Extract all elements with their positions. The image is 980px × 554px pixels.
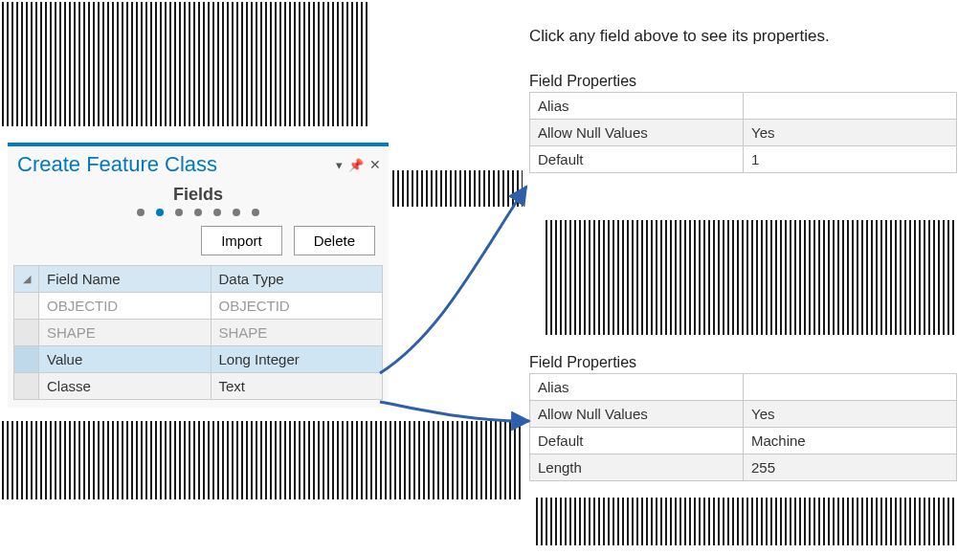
row-selector[interactable]: [14, 373, 39, 400]
property-value[interactable]: 255: [744, 454, 957, 481]
property-value[interactable]: Yes: [744, 401, 957, 428]
property-value[interactable]: 1: [744, 146, 957, 173]
dialog-title: Create Feature Class: [17, 152, 217, 177]
dialog-header: Create Feature Class ▾ 📌 ✕: [8, 146, 389, 179]
row-header-handle-icon: ◢: [14, 266, 39, 293]
property-row: Alias: [530, 93, 957, 120]
fields-grid: ◢ Field Name Data Type OBJECTIDOBJECTIDS…: [13, 265, 383, 400]
decorative-noise: [392, 170, 523, 207]
field-name-cell[interactable]: Value: [39, 346, 212, 373]
property-row: Allow Null ValuesYes: [530, 401, 957, 428]
data-type-cell: OBJECTID: [212, 293, 383, 320]
wizard-step-dot[interactable]: [213, 209, 221, 216]
field-name-cell: SHAPE: [39, 320, 212, 346]
fields-grid-row[interactable]: ValueLong Integer: [14, 346, 382, 373]
field-properties-grid: AliasAllow Null ValuesYesDefault1: [529, 92, 957, 173]
fields-grid-row[interactable]: SHAPESHAPE: [14, 320, 382, 346]
wizard-step-dots: [8, 209, 389, 216]
pin-icon[interactable]: 📌: [348, 159, 364, 171]
property-row: Alias: [530, 374, 957, 401]
property-value[interactable]: [744, 374, 957, 401]
property-row: Default1: [530, 146, 957, 173]
property-key: Length: [530, 454, 744, 481]
property-key: Alias: [530, 374, 744, 401]
field-properties-grid: AliasAllow Null ValuesYesDefaultMachineL…: [529, 373, 957, 481]
property-value[interactable]: [744, 93, 957, 120]
property-key: Default: [530, 146, 744, 173]
property-key: Default: [530, 428, 744, 454]
property-key: Allow Null Values: [530, 401, 744, 428]
field-properties-panel-classe: Field Properties AliasAllow Null ValuesY…: [529, 354, 957, 481]
fields-grid-row[interactable]: ClasseText: [14, 373, 382, 400]
wizard-step-dot[interactable]: [175, 209, 183, 216]
data-type-cell[interactable]: Text: [212, 373, 383, 400]
property-row: DefaultMachine: [530, 428, 957, 454]
wizard-step-dot[interactable]: [156, 209, 164, 216]
create-feature-class-dialog: Create Feature Class ▾ 📌 ✕ Fields Import…: [8, 143, 389, 408]
property-value[interactable]: Machine: [744, 428, 957, 454]
decorative-noise: [546, 220, 957, 335]
instruction-text: Click any field above to see its propert…: [529, 27, 830, 46]
delete-button[interactable]: Delete: [294, 226, 375, 255]
row-selector[interactable]: [14, 293, 39, 320]
close-icon[interactable]: ✕: [369, 158, 381, 171]
property-row: Allow Null ValuesYes: [530, 120, 957, 146]
fields-step-heading: Fields: [8, 185, 389, 205]
property-value[interactable]: Yes: [744, 120, 957, 146]
column-header-field-name[interactable]: Field Name: [39, 266, 212, 293]
fields-grid-header: ◢ Field Name Data Type: [14, 266, 382, 293]
wizard-step-dot[interactable]: [233, 209, 240, 216]
row-selector[interactable]: [14, 320, 39, 346]
import-button[interactable]: Import: [201, 226, 282, 255]
dialog-window-controls: ▾ 📌 ✕: [336, 158, 381, 171]
field-properties-title: Field Properties: [529, 73, 957, 90]
fields-grid-row[interactable]: OBJECTIDOBJECTID: [14, 293, 382, 320]
wizard-step-dot[interactable]: [252, 209, 259, 216]
decorative-noise: [536, 498, 957, 545]
field-properties-panel-value: Field Properties AliasAllow Null ValuesY…: [529, 73, 957, 173]
data-type-cell[interactable]: Long Integer: [212, 346, 383, 373]
property-key: Alias: [530, 93, 744, 120]
column-header-data-type[interactable]: Data Type: [212, 266, 383, 293]
decorative-noise: [2, 2, 369, 126]
field-properties-title: Field Properties: [529, 354, 957, 371]
fields-toolbar: Import Delete: [8, 226, 389, 265]
property-row: Length255: [530, 454, 957, 481]
data-type-cell: SHAPE: [212, 320, 383, 346]
field-name-cell: OBJECTID: [39, 293, 212, 320]
wizard-step-dot[interactable]: [194, 209, 202, 216]
decorative-noise: [2, 421, 523, 499]
property-key: Allow Null Values: [530, 120, 744, 146]
dropdown-icon[interactable]: ▾: [336, 159, 343, 171]
field-name-cell[interactable]: Classe: [39, 373, 212, 400]
wizard-step-dot[interactable]: [137, 209, 145, 216]
row-selector[interactable]: [14, 346, 39, 373]
